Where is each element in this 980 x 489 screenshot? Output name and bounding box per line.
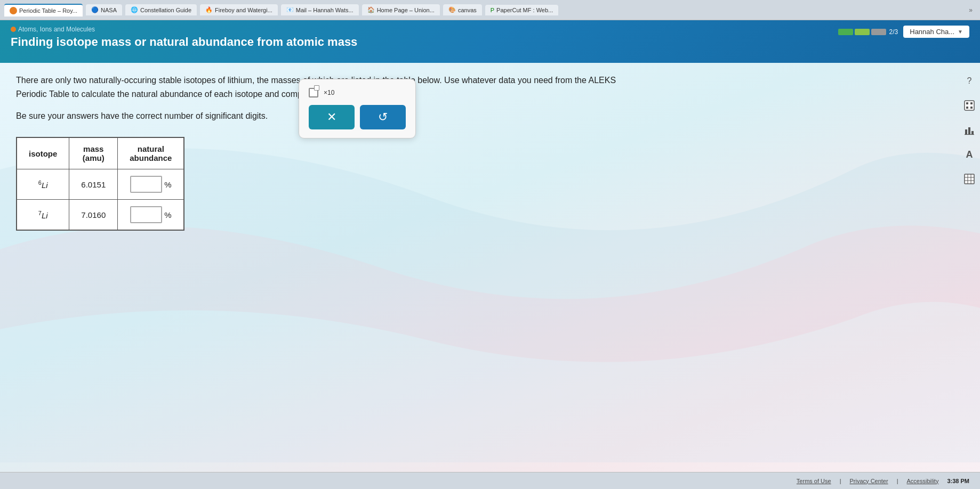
progress-seg-2 [855, 29, 870, 35]
breadcrumb-label: Atoms, Ions and Molecules [18, 26, 95, 33]
tab-canvas[interactable]: 🎨 canvas [443, 4, 482, 15]
text-icon[interactable]: A [962, 147, 977, 162]
page-title: Finding isotope mass or natural abundanc… [11, 35, 969, 49]
user-menu[interactable]: Hannah Cha... ▼ [903, 26, 969, 38]
breadcrumb-dot [11, 27, 16, 32]
calc-x10-label: ×10 [324, 89, 334, 96]
calc-reset-button[interactable]: ↺ [360, 105, 406, 129]
breadcrumb: Atoms, Ions and Molecules [11, 26, 969, 33]
table-row-li6: 6Li 6.0151 % [17, 169, 184, 200]
tab-label-papercut: PaperCut MF : Web... [496, 7, 553, 13]
progress-seg-3 [871, 29, 886, 35]
calculator-sidebar-icon[interactable] [962, 98, 977, 113]
li7-abundance-cell: % [118, 200, 184, 231]
col-header-isotope: isotope [17, 137, 69, 169]
calc-reset-icon: ↺ [378, 110, 388, 124]
user-name: Hannah Cha... [910, 28, 954, 36]
tab-mail[interactable]: 📧 Mail – Hannah Wats... [281, 4, 359, 15]
li7-symbol: Li [42, 211, 48, 220]
tab-label-mail: Mail – Hannah Wats... [296, 7, 354, 13]
isotope-li7: 7Li [17, 200, 69, 231]
question-area: There are only two naturally-occuring st… [16, 74, 964, 461]
calc-checkbox-inner [314, 85, 319, 91]
tab-icon-canvas: 🎨 [448, 6, 456, 13]
table-icon[interactable] [962, 172, 977, 186]
header: Atoms, Ions and Molecules Finding isotop… [0, 20, 980, 63]
bottom-bar: Terms of Use | Privacy Center | Accessib… [0, 472, 980, 489]
progress-seg-1 [838, 29, 853, 35]
accessibility-link[interactable]: Accessibility [907, 478, 939, 484]
svg-rect-0 [965, 101, 974, 110]
separator-2: | [897, 478, 898, 484]
svg-rect-6 [968, 127, 970, 134]
li6-symbol: Li [42, 181, 48, 190]
svg-rect-3 [966, 107, 968, 109]
li7-percent-sign: % [164, 210, 171, 219]
header-right: 2/3 Hannah Cha... ▼ [838, 26, 969, 38]
bar-chart-icon[interactable] [962, 123, 977, 137]
current-time: 3:38 PM [947, 478, 969, 484]
separator-1: | [840, 478, 841, 484]
li6-abundance-input[interactable] [130, 176, 162, 193]
tab-nasa[interactable]: 🔵 NASA [86, 4, 122, 15]
help-icon[interactable]: ? [962, 74, 977, 88]
tab-fireboy[interactable]: 🔥 Fireboy and Watergi... [200, 4, 278, 15]
svg-rect-7 [971, 131, 974, 134]
tab-papercut[interactable]: P PaperCut MF : Web... [485, 5, 559, 15]
calculator-popup: ×10 ✕ ↺ [299, 79, 416, 138]
li7-abundance-input[interactable] [130, 206, 162, 223]
svg-rect-2 [970, 102, 973, 104]
tab-icon-nasa: 🔵 [91, 6, 99, 13]
tab-bar: Periodic Table – Roy... 🔵 NASA 🌐 Constel… [0, 0, 980, 20]
tab-icon-papercut: P [491, 7, 494, 13]
tab-icon-periodic [10, 7, 17, 14]
terms-link[interactable]: Terms of Use [797, 478, 831, 484]
progress-bar [838, 29, 886, 35]
li6-percent-sign: % [164, 180, 171, 189]
svg-rect-4 [970, 107, 973, 109]
tab-icon-fireboy: 🔥 [205, 6, 213, 13]
sig-digits-text: Be sure your answers have the correct nu… [16, 111, 937, 121]
tab-icon-constellation: 🌐 [131, 6, 138, 13]
tab-homepage[interactable]: 🏠 Home Page – Union... [362, 4, 440, 15]
tab-label-periodic: Periodic Table – Roy... [19, 7, 77, 14]
table-row-li7: 7Li 7.0160 % [17, 200, 184, 231]
li6-mass: 6.0151 [69, 169, 118, 200]
col-header-mass: mass(amu) [69, 137, 118, 169]
tab-label-homepage: Home Page – Union... [377, 7, 435, 13]
progress-container: 2/3 [838, 28, 898, 36]
main-content: There are only two naturally-occuring st… [0, 63, 980, 472]
li7-mass: 7.0160 [69, 200, 118, 231]
li6-abundance-cell: % [118, 169, 184, 200]
tab-constellation[interactable]: 🌐 Constellation Guide [125, 4, 197, 15]
calc-clear-icon: ✕ [327, 110, 336, 124]
calc-checkbox-group [309, 88, 318, 97]
svg-rect-9 [965, 174, 974, 184]
isotope-li6: 6Li [17, 169, 69, 200]
tab-icon-mail: 📧 [286, 6, 294, 13]
col-header-abundance: naturalabundance [118, 137, 184, 169]
tab-label-nasa: NASA [101, 7, 117, 13]
calc-buttons: ✕ ↺ [309, 105, 406, 129]
user-chevron-icon: ▼ [958, 29, 963, 35]
calc-clear-button[interactable]: ✕ [309, 105, 355, 129]
privacy-link[interactable]: Privacy Center [850, 478, 888, 484]
tab-icon-homepage: 🏠 [367, 6, 375, 13]
more-tabs-button[interactable]: » [966, 6, 976, 14]
svg-rect-1 [966, 102, 968, 104]
tab-periodic-table[interactable]: Periodic Table – Roy... [4, 4, 83, 17]
tab-label-fireboy: Fireboy and Watergi... [215, 7, 272, 13]
tab-label-canvas: canvas [458, 7, 477, 13]
progress-label: 2/3 [889, 28, 898, 36]
calc-top-row: ×10 [309, 88, 406, 97]
svg-rect-5 [965, 129, 967, 134]
tab-label-constellation: Constellation Guide [140, 7, 191, 13]
isotope-table: isotope mass(amu) naturalabundance 6Li 6… [16, 137, 184, 231]
